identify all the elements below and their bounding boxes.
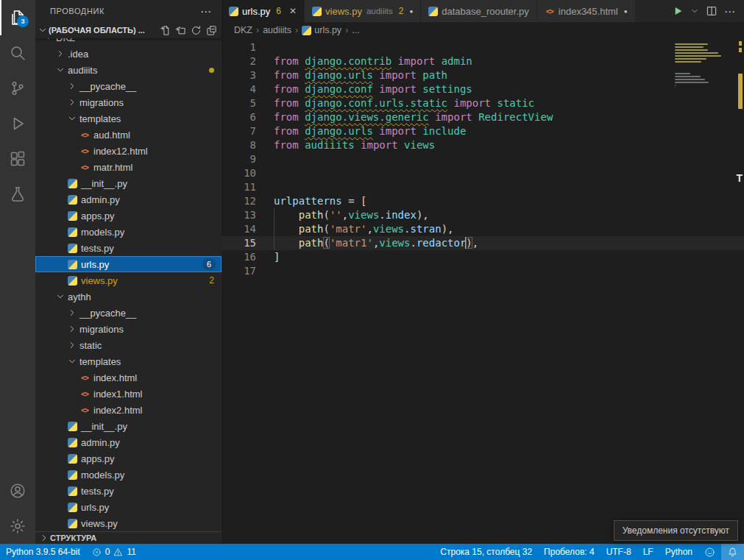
tree-item-templates[interactable]: templates [35, 353, 222, 369]
tab-database_roouter.py[interactable]: database_roouter.py [421, 0, 537, 22]
sidebar-more-actions-icon[interactable]: ⋯ [200, 6, 222, 17]
bell-icon [727, 547, 738, 558]
new-file-button[interactable] [160, 25, 171, 36]
tree-item-admin.py[interactable]: admin.py [35, 191, 222, 208]
chevron-down-icon [43, 38, 54, 43]
code-line: 7from django.urls import include [222, 124, 744, 138]
run-python-file-button[interactable] [672, 5, 684, 17]
tree-item-aythh[interactable]: aythh [35, 288, 222, 305]
line-number: 2 [222, 54, 256, 68]
activity-item-explorer[interactable]: 3 [0, 0, 35, 35]
tree-item-apps.py[interactable]: apps.py [35, 450, 222, 467]
folder-problems-dot-icon [209, 68, 214, 73]
tree-item-static[interactable]: static [35, 337, 222, 353]
status-encoding[interactable]: UTF-8 [600, 544, 637, 560]
editor-actions: ⋯ [663, 0, 744, 22]
workspace-section-actions [160, 25, 217, 36]
activity-item-search[interactable] [0, 35, 35, 71]
tree-item-migrations[interactable]: migrations [35, 321, 222, 337]
status-problems[interactable]: 011 [86, 544, 142, 560]
minimap[interactable] [675, 40, 734, 91]
activity-item-settings[interactable] [0, 508, 35, 544]
chev-right-icon [39, 533, 49, 543]
tab-index345.html[interactable]: <>index345.html● [537, 0, 636, 22]
tree-item-matr.html[interactable]: <>matr.html [35, 159, 222, 175]
tab-urls.py[interactable]: urls.py6✕ [222, 0, 305, 22]
tree-item-index1.html[interactable]: <>index1.html [35, 386, 222, 402]
code-line: 12urlpatterns = [ [222, 194, 744, 208]
tree-item-views.py[interactable]: views.py2 [35, 272, 222, 288]
status-notifications[interactable] [721, 544, 744, 560]
status-cursor-position[interactable]: Строка 15, столбец 32 [434, 544, 538, 560]
close-icon[interactable]: ✕ [289, 6, 297, 16]
minimap-line [675, 46, 704, 48]
tree-item-apps.py[interactable]: apps.py [35, 208, 222, 224]
line-number: 10 [222, 166, 256, 180]
tree-item-migrations[interactable]: migrations [35, 94, 222, 110]
status-indentation[interactable]: Пробелов: 4 [538, 544, 600, 560]
html-icon: <> [79, 131, 90, 139]
status-feedback[interactable] [698, 544, 721, 560]
status-language-mode[interactable]: Python [659, 544, 698, 560]
activity-item-extensions[interactable] [0, 141, 35, 177]
outline-section-header[interactable]: СТРУКТУРА [35, 531, 222, 544]
tree-item-models.py[interactable]: models.py [35, 224, 222, 240]
tree-item-index2.html[interactable]: <>index2.html [35, 402, 222, 418]
tree-item-__init__.py[interactable]: __init__.py [35, 418, 222, 434]
tree-item-__pycache__[interactable]: __pycache__ [35, 305, 222, 321]
tree-item-.idea[interactable]: .idea [35, 46, 222, 62]
tree-item-templates[interactable]: templates [35, 110, 222, 127]
tree-item-models.py[interactable]: models.py [35, 467, 222, 483]
python-icon [68, 244, 77, 253]
tree-item-label: aud.html [93, 130, 130, 141]
tree-item-label: matr.html [93, 162, 132, 173]
split-editor-button[interactable] [706, 5, 718, 17]
tree-item-urls.py[interactable]: urls.py [35, 499, 222, 515]
python-icon [312, 7, 322, 16]
error-badge-icon [92, 547, 102, 557]
tree-item-index12.html[interactable]: <>index12.html [35, 143, 222, 159]
editor[interactable]: 12from django.contrib import admin3from … [222, 38, 744, 544]
tree-item-aud.html[interactable]: <>aud.html [35, 127, 222, 143]
breadcrumb-item[interactable]: audiiits [263, 25, 291, 35]
python-icon [68, 438, 77, 447]
tree-item-tests.py[interactable]: tests.py [35, 483, 222, 499]
activity-item-run-debug[interactable] [0, 106, 35, 141]
activity-item-testing[interactable] [0, 177, 35, 212]
workspace-section-header[interactable]: (РАБОЧАЯ ОБЛАСТЬ) ... [35, 22, 222, 38]
tree-item-audiiits[interactable]: audiiits [35, 62, 222, 78]
sidebar-title-bar: ПРОВОДНИК ⋯ [35, 0, 222, 22]
more-actions-button[interactable]: ⋯ [724, 6, 735, 17]
tree-item-DKZ[interactable]: DKZ [35, 38, 222, 46]
breadcrumb-item[interactable]: DKZ [234, 25, 252, 35]
chev-right-icon [67, 97, 77, 107]
extensions-icon [9, 150, 26, 168]
activity-item-source-control[interactable] [0, 71, 35, 106]
activity-item-account[interactable] [0, 473, 35, 508]
breadcrumb-item[interactable]: ... [352, 25, 359, 35]
status-python-interpreter[interactable]: Python 3.9.5 64-bit [0, 544, 86, 560]
collapse-all-button[interactable] [206, 25, 217, 36]
python-icon [68, 486, 77, 496]
tree-item-__pycache__[interactable]: __pycache__ [35, 78, 222, 94]
chevron-right-icon [38, 533, 50, 543]
tree-item-tests.py[interactable]: tests.py [35, 240, 222, 256]
refresh-button[interactable] [191, 25, 202, 36]
tree-item-__init__.py[interactable]: __init__.py [35, 175, 222, 191]
tree-item-urls.py[interactable]: urls.py6 [35, 256, 222, 272]
python-icon [302, 26, 311, 35]
breadcrumb-item[interactable]: urls.py [302, 25, 341, 35]
tree-item-views.py[interactable]: views.py [35, 515, 222, 531]
overview-ruler-warning-mark [738, 74, 743, 109]
status-eol[interactable]: LF [637, 544, 659, 560]
tab-views.py[interactable]: views.pyaudiiits2● [305, 0, 421, 22]
modified-dot-icon: ● [624, 8, 628, 15]
tree-item-index.html[interactable]: <>index.html [35, 369, 222, 386]
run-dropdown-button[interactable] [690, 7, 699, 15]
tree-item-label: apps.py [81, 453, 115, 464]
tree-item-admin.py[interactable]: admin.py [35, 434, 222, 450]
minimap-line [675, 58, 706, 60]
new-file-icon [160, 25, 171, 36]
new-folder-button[interactable] [175, 25, 186, 36]
tree-item-label: __pycache__ [79, 308, 136, 319]
